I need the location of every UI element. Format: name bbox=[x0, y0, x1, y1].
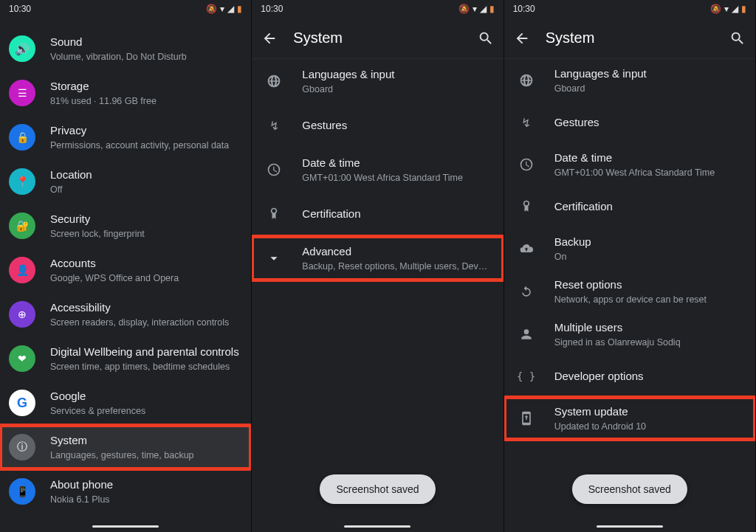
page-title: System bbox=[546, 30, 714, 46]
settings-item-privacy[interactable]: 🔒 Privacy Permissions, account activity,… bbox=[0, 115, 251, 159]
item-sub: Languages, gestures, time, backup bbox=[50, 449, 239, 461]
wellbeing-icon: ❤ bbox=[18, 353, 27, 365]
accessibility-icon: ⊕ bbox=[18, 308, 27, 320]
chevron-down-icon bbox=[261, 245, 287, 272]
search-button[interactable] bbox=[477, 30, 495, 47]
item-title: Accessibility bbox=[50, 300, 239, 315]
clock-icon bbox=[513, 151, 540, 178]
wifi-icon: ▾ bbox=[724, 4, 729, 13]
nav-handle[interactable] bbox=[92, 525, 159, 528]
item-title: Certification bbox=[302, 207, 491, 221]
privacy-icon: 🔒 bbox=[16, 131, 29, 143]
settings-item-security[interactable]: 🔐 Security Screen lock, fingerprint bbox=[0, 204, 251, 248]
person-icon bbox=[513, 321, 540, 348]
item-sub: Gboard bbox=[302, 83, 491, 95]
dnd-icon: 🔕 bbox=[710, 4, 721, 13]
settings-item-storage[interactable]: ☰ Storage 81% used · 11.96 GB free bbox=[0, 71, 251, 115]
item-sub: Screen lock, fingerprint bbox=[50, 228, 239, 240]
system-item-certification[interactable]: Certification bbox=[252, 192, 503, 236]
system-item-gestures[interactable]: ↯ Gestures bbox=[504, 102, 755, 143]
battery-icon: ▮ bbox=[741, 4, 746, 13]
google-icon: G bbox=[17, 395, 27, 411]
system-item-datetime[interactable]: Date & time GMT+01:00 West Africa Standa… bbox=[252, 148, 503, 192]
system-item-certification[interactable]: Certification bbox=[504, 186, 755, 227]
clock-icon bbox=[261, 156, 287, 183]
item-title: Developer options bbox=[554, 369, 743, 384]
badge-icon bbox=[261, 201, 287, 227]
item-title: Languages & input bbox=[302, 67, 491, 82]
system-item-update[interactable]: System update Updated to Android 10 bbox=[504, 397, 755, 440]
item-title: Location bbox=[50, 167, 239, 182]
dnd-icon: 🔕 bbox=[206, 4, 217, 13]
settings-item-about[interactable]: 📱 About phone Nokia 6.1 Plus bbox=[0, 469, 251, 514]
back-button[interactable] bbox=[513, 30, 531, 47]
search-button[interactable] bbox=[729, 30, 746, 47]
settings-item-sound[interactable]: 🔊 Sound Volume, vibration, Do Not Distur… bbox=[0, 27, 251, 71]
system-item-reset[interactable]: Reset options Network, apps or device ca… bbox=[504, 270, 755, 313]
accounts-icon: 👤 bbox=[16, 264, 29, 276]
battery-icon: ▮ bbox=[237, 4, 242, 13]
system-item-datetime[interactable]: Date & time GMT+01:00 West Africa Standa… bbox=[504, 143, 755, 186]
globe-icon bbox=[261, 68, 287, 94]
status-icons: 🔕 ▾ ◢ ▮ bbox=[458, 4, 495, 13]
item-sub: Signed in as Olanrewaju Sodiq bbox=[554, 336, 743, 348]
signal-icon: ◢ bbox=[227, 4, 234, 13]
system-item-gestures[interactable]: ↯ Gestures bbox=[252, 103, 503, 148]
item-title: Accounts bbox=[50, 256, 239, 271]
item-sub: Services & preferences bbox=[50, 405, 239, 417]
battery-icon: ▮ bbox=[489, 4, 495, 13]
item-sub: Nokia 6.1 Plus bbox=[50, 494, 239, 505]
settings-item-wellbeing[interactable]: ❤ Digital Wellbeing and parental control… bbox=[0, 336, 251, 381]
status-time: 10:30 bbox=[9, 4, 31, 14]
item-title: Privacy bbox=[50, 123, 239, 138]
app-bar: System bbox=[504, 18, 755, 59]
snackbar[interactable]: Screenshot saved bbox=[572, 474, 687, 504]
storage-icon: ☰ bbox=[18, 87, 27, 99]
item-sub: Backup, Reset options, Multiple users, D… bbox=[302, 260, 491, 272]
item-sub: Network, apps or device can be reset bbox=[554, 294, 743, 305]
wifi-icon: ▾ bbox=[472, 4, 477, 13]
item-sub: Screen time, app timers, bedtime schedul… bbox=[50, 361, 239, 373]
system-item-multiusers[interactable]: Multiple users Signed in as Olanrewaju S… bbox=[504, 313, 755, 356]
system-item-advanced[interactable]: Advanced Backup, Reset options, Multiple… bbox=[252, 236, 503, 280]
item-sub: GMT+01:00 West Africa Standard Time bbox=[302, 172, 491, 184]
system-item-backup[interactable]: Backup On bbox=[504, 227, 755, 270]
nav-handle[interactable] bbox=[597, 525, 663, 528]
settings-item-accessibility[interactable]: ⊕ Accessibility Screen readers, display,… bbox=[0, 292, 251, 336]
page-title: System bbox=[293, 30, 461, 46]
gestures-icon: ↯ bbox=[513, 109, 540, 136]
system-item-languages[interactable]: Languages & input Gboard bbox=[504, 59, 755, 102]
update-icon bbox=[513, 405, 540, 432]
screen-settings-main: 10:30 🔕 ▾ ◢ ▮ 🔊 Sound Volume, vibration,… bbox=[0, 0, 252, 532]
item-title: Backup bbox=[554, 235, 743, 249]
item-sub: Permissions, account activity, personal … bbox=[50, 139, 239, 151]
location-icon: 📍 bbox=[16, 176, 29, 187]
signal-icon: ◢ bbox=[480, 4, 487, 13]
back-button[interactable] bbox=[261, 30, 278, 47]
settings-item-accounts[interactable]: 👤 Accounts Google, WPS Office and Opera bbox=[0, 248, 251, 292]
settings-item-location[interactable]: 📍 Location Off bbox=[0, 159, 251, 204]
system-icon: ⓘ bbox=[17, 441, 27, 454]
item-title: About phone bbox=[50, 477, 239, 492]
status-icons: 🔕 ▾ ◢ ▮ bbox=[206, 4, 242, 13]
item-title: Advanced bbox=[302, 244, 491, 259]
item-title: System bbox=[50, 433, 239, 448]
item-sub: Off bbox=[50, 184, 239, 196]
item-title: Languages & input bbox=[554, 66, 743, 81]
app-bar: System bbox=[252, 18, 503, 59]
system-item-developer[interactable]: { } Developer options bbox=[504, 356, 755, 397]
dnd-icon: 🔕 bbox=[458, 4, 470, 13]
settings-item-google[interactable]: G Google Services & preferences bbox=[0, 381, 251, 425]
braces-icon: { } bbox=[513, 363, 540, 390]
item-sub: Volume, vibration, Do Not Disturb bbox=[50, 51, 239, 63]
item-title: Gestures bbox=[302, 118, 491, 133]
system-item-languages[interactable]: Languages & input Gboard bbox=[252, 59, 503, 103]
nav-handle[interactable] bbox=[344, 525, 410, 528]
signal-icon: ◢ bbox=[732, 4, 738, 13]
settings-item-system[interactable]: ⓘ System Languages, gestures, time, back… bbox=[0, 425, 251, 469]
status-bar: 10:30 🔕 ▾ ◢ ▮ bbox=[252, 0, 503, 18]
item-title: Multiple users bbox=[554, 320, 743, 335]
snackbar[interactable]: Screenshot saved bbox=[320, 474, 435, 504]
gestures-icon: ↯ bbox=[261, 112, 287, 139]
item-sub: On bbox=[554, 251, 743, 263]
